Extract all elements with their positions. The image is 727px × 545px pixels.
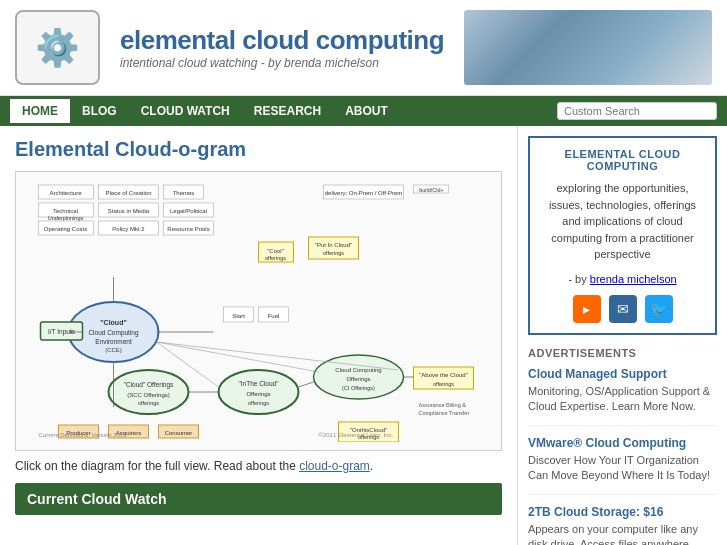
svg-text:"Above the Cloud": "Above the Cloud" [419, 372, 468, 378]
svg-text:Consumer: Consumer [165, 430, 193, 436]
svg-text:©2011 Elemental Links, Inc.: ©2011 Elemental Links, Inc. [319, 432, 394, 438]
email-icon[interactable]: ✉ [609, 295, 637, 323]
nav-blog[interactable]: BLOG [70, 99, 129, 123]
ad-title-2[interactable]: 2TB Cloud Storage: $16 [528, 505, 717, 519]
diagram-svg[interactable]: Architecture Place of Creation Themes Te… [21, 177, 496, 442]
svg-text:build/Cld+: build/Cld+ [419, 187, 444, 193]
content-area: Elemental Cloud-o-gram Architecture Plac… [0, 126, 517, 545]
svg-text:"Put In Cloud": "Put In Cloud" [315, 242, 352, 248]
elemental-title: ELEMENTAL CLOUD COMPUTING [540, 148, 705, 172]
logo-cloud-icon: ⚙️ [35, 27, 80, 69]
search-container [557, 102, 717, 120]
svg-text:Themes: Themes [173, 190, 195, 196]
svg-text:"Cool": "Cool" [267, 248, 284, 254]
svg-text:Assurance   Billing &: Assurance Billing & [419, 402, 467, 408]
svg-text:Offerings: Offerings [346, 376, 370, 382]
svg-text:offerings: offerings [265, 255, 286, 261]
svg-text:delivery: On-Prem / Off-Prem: delivery: On-Prem / Off-Prem [325, 190, 403, 196]
svg-text:"Cloud" Offerings: "Cloud" Offerings [124, 381, 174, 389]
nav-cloud-watch[interactable]: CLOUD WATCH [129, 99, 242, 123]
svg-text:Architecture: Architecture [49, 190, 82, 196]
svg-text:Policy Mkt 2: Policy Mkt 2 [112, 226, 145, 232]
svg-text:Place of Creation: Place of Creation [105, 190, 151, 196]
elemental-info-box: ELEMENTAL CLOUD COMPUTING exploring the … [528, 136, 717, 335]
svg-text:(CCE): (CCE) [105, 347, 122, 353]
elemental-desc: exploring the opportunities, issues, tec… [540, 180, 705, 263]
svg-text:Cloud Computing: Cloud Computing [335, 367, 381, 373]
ads-title: ADVERTISEMENTS [528, 347, 717, 359]
svg-text:Start: Start [232, 313, 245, 319]
twitter-icon[interactable]: 🐦 [645, 295, 673, 323]
diagram-link-text: Click on the diagram for the full view. … [15, 459, 502, 473]
svg-text:Legal/Political: Legal/Political [170, 208, 207, 214]
svg-text:"InThe Cloud": "InThe Cloud" [238, 380, 279, 387]
svg-text:Fuel: Fuel [268, 313, 280, 319]
nav-about[interactable]: ABOUT [333, 99, 400, 123]
author-link[interactable]: brenda michelson [590, 273, 677, 285]
nav-research[interactable]: RESEARCH [242, 99, 333, 123]
ads-section: ADVERTISEMENTS Cloud Managed Support Mon… [528, 347, 717, 545]
logo: ⚙️ [15, 10, 100, 85]
rss-icon[interactable]: ▸ [573, 295, 601, 323]
svg-text:Resource Pools: Resource Pools [167, 226, 209, 232]
sidebar: ELEMENTAL CLOUD COMPUTING exploring the … [517, 126, 727, 545]
ad-desc-1: Discover How Your IT Organization Can Mo… [528, 453, 717, 484]
svg-text:Underpinnings: Underpinnings [48, 215, 84, 221]
svg-text:Operating Costs: Operating Costs [44, 226, 87, 232]
ad-title-1[interactable]: VMware® Cloud Computing [528, 436, 717, 450]
current-watch-section: Current Cloud Watch [15, 483, 502, 515]
svg-text:Environment: Environment [95, 338, 132, 345]
svg-text:Offerings: Offerings [246, 391, 270, 397]
header-text: elemental cloud computing intentional cl… [120, 25, 444, 70]
social-icons: ▸ ✉ 🐦 [540, 295, 705, 323]
author-line: - by brenda michelson [540, 271, 705, 288]
main-nav: HOME BLOG CLOUD WATCH RESEARCH ABOUT [0, 96, 727, 126]
header-banner [464, 10, 712, 85]
cloud-o-gram-link[interactable]: cloud-o-gram [299, 459, 370, 473]
ad-title-0[interactable]: Cloud Managed Support [528, 367, 717, 381]
svg-text:Technical: Technical [53, 208, 78, 214]
nav-home[interactable]: HOME [10, 99, 70, 123]
site-title: elemental cloud computing [120, 25, 444, 56]
current-watch-title: Current Cloud Watch [27, 491, 166, 507]
svg-text:Status in Media: Status in Media [108, 208, 150, 214]
diagram-container[interactable]: Architecture Place of Creation Themes Te… [15, 171, 502, 451]
ad-desc-0: Monitoring, OS/Application Support & Clo… [528, 384, 717, 415]
ad-item-0: Cloud Managed Support Monitoring, OS/App… [528, 367, 717, 426]
site-subtitle: intentional cloud watching - by brenda m… [120, 56, 444, 70]
svg-text:Compliance  Transfer: Compliance Transfer [419, 410, 470, 416]
svg-text:offerings: offerings [323, 250, 344, 256]
search-input[interactable] [557, 102, 717, 120]
main-content: Elemental Cloud-o-gram Architecture Plac… [0, 126, 727, 545]
svg-text:(CI Offerings): (CI Offerings) [342, 385, 375, 391]
ad-desc-2: Appears on your computer like any disk d… [528, 522, 717, 545]
svg-text:(SCC Offerings): (SCC Offerings) [127, 392, 170, 398]
header: ⚙️ elemental cloud computing intentional… [0, 0, 727, 96]
page-title: Elemental Cloud-o-gram [15, 138, 502, 161]
svg-text:"Cloud": "Cloud" [100, 319, 126, 326]
ad-item-1: VMware® Cloud Computing Discover How You… [528, 436, 717, 495]
svg-text:offerings: offerings [248, 400, 269, 406]
svg-text:Current Definitions, Version 2: Current Definitions, Version 2011 [39, 432, 128, 438]
ad-item-2: 2TB Cloud Storage: $16 Appears on your c… [528, 505, 717, 545]
svg-text:offerings: offerings [433, 381, 454, 387]
svg-text:offerings: offerings [138, 400, 159, 406]
svg-text:Cloud Computing: Cloud Computing [88, 329, 139, 337]
